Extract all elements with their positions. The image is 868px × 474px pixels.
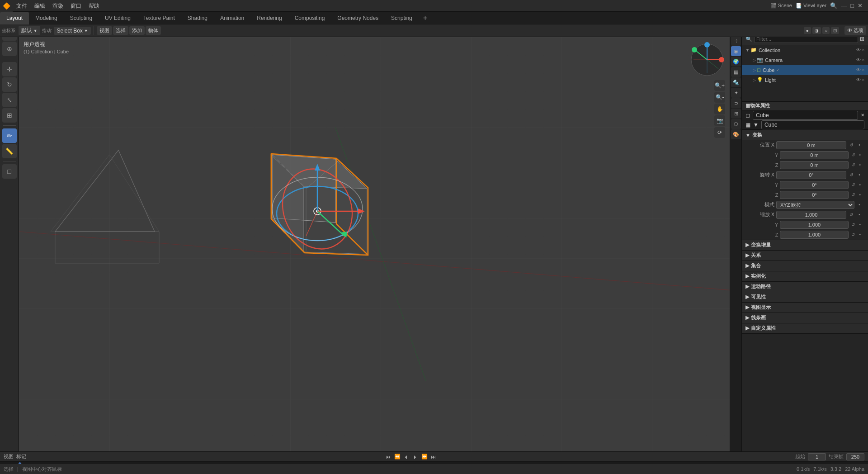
outliner-item-collection[interactable]: ▼ 📁 Collection 👁 ○ [742,45,868,55]
outliner-item-camera[interactable]: ▷ 📷 Camera 👁 ○ [742,55,868,65]
tab-compositing[interactable]: Compositing [288,12,331,24]
pivot-dropdown[interactable]: Select Box ▼ [54,27,90,35]
menu-file[interactable]: 文件 [13,0,31,12]
menu-help[interactable]: 帮助 [85,0,103,12]
viewport-shading-solid[interactable]: ● [804,27,811,34]
outliner-item-cube[interactable]: ▷ ◻ Cube ✓ 👁 ○ [742,65,868,75]
location-y-input[interactable] [780,151,849,159]
location-x-reset[interactable]: ↺ [848,142,854,148]
play-forward-btn[interactable]: ⏩ [420,453,429,461]
outliner-item-light[interactable]: ▷ 💡 Light 👁 ○ [742,75,868,85]
add-primitive-btn[interactable]: □ [2,164,17,179]
cube-eye-btn[interactable]: 👁 [856,67,861,72]
tab-add-button[interactable]: + [419,14,432,22]
jump-start-btn[interactable]: ⏮ [384,453,392,461]
tab-uv-editing[interactable]: UV Editing [99,12,137,24]
name-edit-icon[interactable]: ✕ [861,113,864,118]
tab-sculpting[interactable]: Sculpting [64,12,99,24]
tab-texture-paint[interactable]: Texture Paint [137,12,181,24]
menu-edit[interactable]: 编辑 [31,0,49,12]
toolbar-select[interactable]: 选择 [113,26,128,35]
collections-header[interactable]: ▶ 集合 [742,261,868,271]
end-frame-input[interactable] [846,453,864,460]
camera-restrict-btn[interactable]: ○ [862,57,864,62]
search-btn[interactable]: 🔍 [830,2,837,9]
measure-tool-btn[interactable]: 📏 [2,144,17,158]
props-tab-active-tool[interactable]: ⊹ [731,36,741,46]
rotation-x-reset[interactable]: ↺ [848,172,854,178]
tab-rendering[interactable]: Rendering [250,12,288,24]
window-close[interactable]: ✕ [858,2,863,9]
light-eye-btn[interactable]: 👁 [856,77,861,82]
play-back-btn[interactable]: ⏴ [402,453,410,461]
rotation-z-input[interactable] [780,191,849,199]
navigation-widget[interactable]: X Y Z [689,42,725,78]
motion-paths-header[interactable]: ▶ 运动路径 [742,282,868,292]
pan-btn[interactable]: ✋ [714,104,725,114]
camera-view-btn[interactable]: 📷 [714,115,725,126]
visibility-header[interactable]: ▶ 可见性 [742,292,868,302]
props-tab-particles[interactable]: ✦ [731,88,741,98]
viewport-display-header[interactable]: ▶ 视图显示 [742,303,868,313]
location-x-anim[interactable]: • [856,142,863,148]
tab-scripting[interactable]: Scripting [385,12,419,24]
cursor-tool-btn[interactable]: ⊕ [2,42,17,56]
props-tab-physics[interactable]: ⊃ [731,98,741,108]
collection-eye-btn[interactable]: 👁 [856,47,861,52]
props-tab-modifier[interactable]: 🔩 [731,77,741,87]
coord-system-dropdown[interactable]: 默认 ▼ [19,26,40,35]
location-z-reset[interactable]: ↺ [850,162,855,168]
props-tab-data[interactable]: ⬡ [731,119,741,129]
rotation-x-input[interactable] [776,171,846,179]
zoom-out-btn[interactable]: 🔍- [714,92,725,103]
overlay-toggle[interactable]: 👁 选项 [844,26,866,35]
rotate-tool-btn[interactable]: ↻ [2,77,17,92]
toolbar-add[interactable]: 添加 [129,26,145,35]
viewlayer-selector[interactable]: 📑 ViewLayer [796,3,826,9]
transform-tool-btn[interactable]: ⊞ [2,108,17,123]
rotation-y-reset[interactable]: ↺ [850,182,855,188]
location-x-input[interactable] [776,141,846,149]
toolbar-view[interactable]: 视图 [97,26,112,35]
rotation-z-anim[interactable]: • [858,192,863,198]
collection-restrict-btn[interactable]: ○ [862,47,864,52]
location-y-reset[interactable]: ↺ [850,152,855,158]
menu-window[interactable]: 窗口 [67,0,85,12]
scale-tool-btn[interactable]: ⤡ [2,93,17,107]
scale-z-reset[interactable]: ↺ [850,232,855,238]
prev-keyframe-btn[interactable]: ⏪ [393,453,401,461]
orbit-btn[interactable]: ⟳ [714,127,725,138]
3d-viewport[interactable]: 用户透视 (1) Collection | Cube X Y Z 🔍+ 🔍- [19,37,730,451]
viewport-shading-material[interactable]: ◑ [812,27,821,34]
scale-z-anim[interactable]: • [858,232,863,238]
rotation-y-anim[interactable]: • [858,182,863,188]
props-tab-material[interactable]: 🎨 [731,129,741,139]
blender-logo[interactable]: 🔶 [0,0,13,12]
transform-section-header[interactable]: ▼ 变换 [742,130,868,140]
scale-z-input[interactable] [780,231,849,239]
timeline-markers-btn[interactable]: 标记 [16,453,26,460]
viewport-shading-rendered[interactable]: ○ [822,27,830,34]
window-maximize[interactable]: □ [850,2,854,9]
mesh-name-field[interactable] [761,120,864,129]
tab-animation[interactable]: Animation [214,12,250,24]
object-name-field[interactable] [753,111,858,120]
scale-x-input[interactable] [776,211,846,219]
props-tab-constraints[interactable]: ⊞ [731,109,741,118]
scale-y-anim[interactable]: • [858,222,863,228]
camera-eye-btn[interactable]: 👁 [856,57,861,62]
scale-y-reset[interactable]: ↺ [850,222,855,228]
custom-props-header[interactable]: ▶ 自定义属性 [742,323,868,333]
timeline-view-btn[interactable]: 视图 [4,453,14,460]
toolbar-object[interactable]: 物体 [146,26,161,35]
scene-selector[interactable]: 🎬 Scene [770,3,792,9]
rotation-mode-select[interactable]: XYZ 欧拉 XZY 欧拉 YXZ 欧拉 四元数 [776,201,854,209]
rotation-z-reset[interactable]: ↺ [850,192,855,198]
tab-geometry-nodes[interactable]: Geometry Nodes [331,12,385,24]
move-tool-btn[interactable]: ✛ [2,62,17,76]
viewport-shading-wireframe[interactable]: ⊡ [831,27,839,34]
props-tab-scene[interactable]: ◉ [731,46,741,56]
location-y-anim[interactable]: • [858,152,863,158]
props-tab-world[interactable]: 🌍 [731,57,741,66]
tab-layout[interactable]: Layout [0,12,29,24]
